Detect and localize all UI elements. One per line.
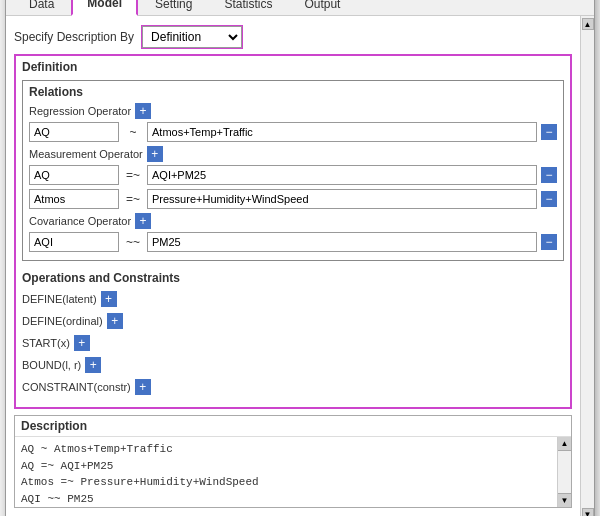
- covariance-var-input[interactable]: [29, 232, 119, 252]
- main-window: S Structural Equation Modeling ✕ Data Mo…: [5, 0, 595, 516]
- scroll-down-button[interactable]: ▼: [582, 508, 594, 516]
- measurement-remove-button-1[interactable]: −: [541, 167, 557, 183]
- op-row-startx: START(x) +: [22, 335, 564, 351]
- measurement-op-sym-1: =~: [123, 168, 143, 182]
- description-wrapper: AQ ~ Atmos+Temp+Traffic AQ =~ AQI+PM25 A…: [15, 437, 571, 507]
- op-define-latent-button[interactable]: +: [101, 291, 117, 307]
- op-define-ordinal-label: DEFINE(ordinal): [22, 315, 103, 327]
- relations-title: Relations: [29, 85, 557, 99]
- op-bound-button[interactable]: +: [85, 357, 101, 373]
- measurement-var-input-1[interactable]: [29, 165, 119, 185]
- tab-data[interactable]: Data: [14, 0, 69, 15]
- measurement-operator-row: Measurement Operator +: [29, 146, 557, 162]
- op-constraint-button[interactable]: +: [135, 379, 151, 395]
- covariance-remove-button[interactable]: −: [541, 234, 557, 250]
- description-title: Description: [15, 416, 571, 437]
- measurement-add-button[interactable]: +: [147, 146, 163, 162]
- regression-input-row: ~ −: [29, 122, 557, 142]
- op-startx-label: START(x): [22, 337, 70, 349]
- op-define-ordinal-button[interactable]: +: [107, 313, 123, 329]
- op-row-bound: BOUND(l, r) +: [22, 357, 564, 373]
- measurement-remove-button-2[interactable]: −: [541, 191, 557, 207]
- op-constraint-label: CONSTRAINT(constr): [22, 381, 131, 393]
- main-area: Specify Description By Definition RAM Eq…: [6, 16, 594, 516]
- measurement-input-row-2: =~ −: [29, 189, 557, 209]
- measurement-expr-input-2[interactable]: [147, 189, 537, 209]
- measurement-expr-input-1[interactable]: [147, 165, 537, 185]
- covariance-add-button[interactable]: +: [135, 213, 151, 229]
- desc-scroll-up-button[interactable]: ▲: [558, 437, 571, 451]
- op-row-define-latent: DEFINE(latent) +: [22, 291, 564, 307]
- tab-statistics[interactable]: Statistics: [209, 0, 287, 15]
- content-area: Specify Description By Definition RAM Eq…: [6, 16, 580, 516]
- definition-section: Definition Relations Regression Operator…: [14, 54, 572, 409]
- description-section: Description AQ ~ Atmos+Temp+Traffic AQ =…: [14, 415, 572, 508]
- regression-op-sym: ~: [123, 125, 143, 139]
- description-scrollbar: ▲ ▼: [557, 437, 571, 507]
- tab-output[interactable]: Output: [289, 0, 355, 15]
- tab-setting[interactable]: Setting: [140, 0, 207, 15]
- op-define-latent-label: DEFINE(latent): [22, 293, 97, 305]
- regression-remove-button[interactable]: −: [541, 124, 557, 140]
- op-startx-button[interactable]: +: [74, 335, 90, 351]
- main-content: Specify Description By Definition RAM Eq…: [6, 16, 580, 516]
- specify-select[interactable]: Definition RAM Equations: [142, 26, 242, 48]
- operations-section: Operations and Constraints DEFINE(latent…: [16, 267, 570, 407]
- covariance-input-row: ~~ −: [29, 232, 557, 252]
- regression-expr-input[interactable]: [147, 122, 537, 142]
- relations-box: Relations Regression Operator + ~ −: [22, 80, 564, 261]
- regression-var-input[interactable]: [29, 122, 119, 142]
- specify-label: Specify Description By: [14, 30, 134, 44]
- tab-bar: Data Model Setting Statistics Output: [6, 0, 594, 16]
- op-bound-label: BOUND(l, r): [22, 359, 81, 371]
- scroll-up-button[interactable]: ▲: [582, 18, 594, 30]
- regression-label: Regression Operator: [29, 105, 131, 117]
- description-text: AQ ~ Atmos+Temp+Traffic AQ =~ AQI+PM25 A…: [15, 437, 557, 507]
- definition-title: Definition: [16, 56, 570, 78]
- desc-scroll-down-button[interactable]: ▼: [558, 493, 571, 507]
- covariance-operator-row: Covariance Operator +: [29, 213, 557, 229]
- main-scrollbar: ▲ ▼: [580, 16, 594, 516]
- covariance-op-sym: ~~: [123, 235, 143, 249]
- tab-model[interactable]: Model: [71, 0, 138, 16]
- regression-add-button[interactable]: +: [135, 103, 151, 119]
- measurement-var-input-2[interactable]: [29, 189, 119, 209]
- op-row-define-ordinal: DEFINE(ordinal) +: [22, 313, 564, 329]
- measurement-label: Measurement Operator: [29, 148, 143, 160]
- specify-row: Specify Description By Definition RAM Eq…: [14, 22, 572, 54]
- op-row-constraint: CONSTRAINT(constr) +: [22, 379, 564, 395]
- covariance-label: Covariance Operator: [29, 215, 131, 227]
- regression-operator-row: Regression Operator +: [29, 103, 557, 119]
- desc-scroll-thumb: [558, 451, 571, 493]
- measurement-op-sym-2: =~: [123, 192, 143, 206]
- measurement-input-row-1: =~ −: [29, 165, 557, 185]
- covariance-expr-input[interactable]: [147, 232, 537, 252]
- operations-title: Operations and Constraints: [22, 271, 564, 285]
